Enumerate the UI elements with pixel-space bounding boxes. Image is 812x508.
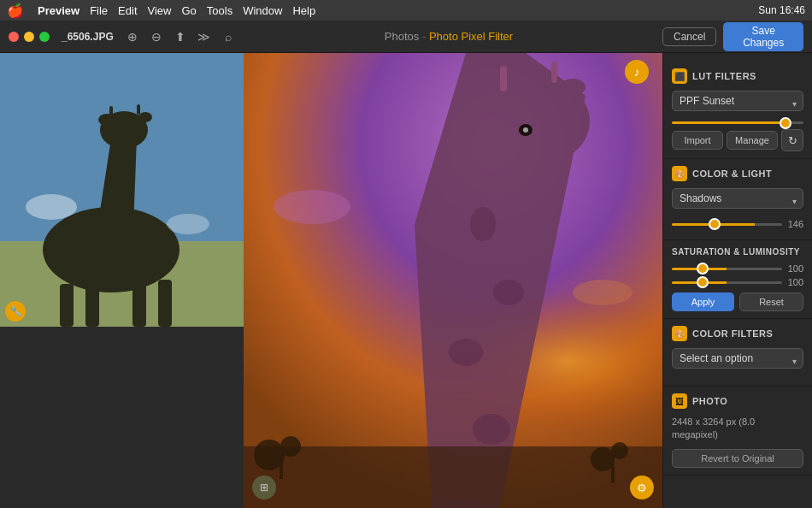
svg-point-27 bbox=[473, 414, 510, 445]
reset-button[interactable]: Reset bbox=[739, 292, 803, 311]
titlebar-icons: ⊕ ⊖ ⬆ ≫ ⌕ bbox=[124, 28, 237, 45]
photo-section: 🖼 PHOTO 2448 x 3264 px (8.0 megapixel) R… bbox=[663, 387, 812, 476]
menubar: 🍎 Preview File Edit View Go Tools Window… bbox=[0, 0, 812, 21]
saturation-slider[interactable] bbox=[672, 268, 782, 270]
save-button[interactable]: Save Changes bbox=[723, 22, 803, 51]
main-image-svg: ♪ bbox=[244, 53, 662, 508]
menu-go[interactable]: Go bbox=[181, 4, 196, 17]
saturation-btn-row: Apply Reset bbox=[672, 292, 803, 311]
color-light-header: 🎨 COLOR & LIGHT bbox=[672, 166, 803, 181]
plugin-name: Photo Pixel Filter bbox=[429, 30, 513, 43]
lut-filters-header: ⬛ LUT FILTERS bbox=[672, 68, 803, 84]
svg-point-24 bbox=[470, 207, 496, 241]
titlebar: _6506.JPG ⊕ ⊖ ⬆ ≫ ⌕ Photos - Photo Pixel… bbox=[0, 21, 812, 53]
svg-point-13 bbox=[26, 194, 77, 220]
revert-button[interactable]: Revert to Original bbox=[672, 449, 803, 468]
svg-rect-9 bbox=[60, 284, 74, 327]
main-image: ♪ ⚙ ⊞ bbox=[244, 53, 662, 508]
menu-edit[interactable]: Edit bbox=[118, 4, 137, 17]
svg-point-21 bbox=[560, 79, 585, 96]
app-name: Photos bbox=[385, 30, 419, 43]
center-area: ♪ ⚙ ⊞ bbox=[244, 53, 662, 508]
color-light-select[interactable]: Shadows bbox=[672, 188, 803, 209]
svg-rect-36 bbox=[611, 458, 615, 483]
svg-point-14 bbox=[167, 214, 209, 234]
left-panel: 🔧 bbox=[0, 53, 244, 508]
image-badge-bl: ⊞ bbox=[252, 476, 276, 499]
color-light-select-wrapper: Shadows bbox=[672, 188, 803, 214]
zoom-out-icon[interactable]: ⊖ bbox=[148, 28, 165, 45]
svg-rect-33 bbox=[279, 453, 283, 479]
zoom-in-icon[interactable]: ⊕ bbox=[124, 28, 141, 45]
color-filters-section: 🎨 COLOR FILTERS Select an option bbox=[663, 319, 812, 387]
saturation-value-2: 100 bbox=[786, 277, 803, 287]
more-icon[interactable]: ≫ bbox=[196, 28, 213, 45]
saturation-value-1: 100 bbox=[786, 263, 803, 274]
refresh-button[interactable]: ↻ bbox=[781, 129, 803, 151]
color-light-section: 🎨 COLOR & LIGHT Shadows 146 bbox=[663, 159, 812, 240]
maximize-button[interactable] bbox=[39, 32, 50, 42]
lut-select[interactable]: PPF Sunset bbox=[672, 91, 803, 111]
menu-window[interactable]: Window bbox=[243, 4, 282, 17]
menu-view[interactable]: View bbox=[148, 4, 172, 17]
menubar-right: Sun 16:46 bbox=[758, 4, 805, 16]
share-icon[interactable]: ⬆ bbox=[172, 28, 189, 45]
menu-file[interactable]: File bbox=[90, 4, 108, 17]
svg-point-29 bbox=[523, 127, 528, 133]
saturation-slider-row-2: 100 bbox=[672, 277, 803, 287]
right-panel: ⬛ LUT FILTERS PPF Sunset Import Manage ↻… bbox=[662, 53, 812, 508]
photo-title: PHOTO bbox=[692, 396, 727, 406]
color-light-value: 146 bbox=[786, 219, 803, 229]
cancel-button[interactable]: Cancel bbox=[662, 27, 716, 46]
close-button[interactable] bbox=[9, 32, 19, 42]
color-light-slider-row: 146 bbox=[672, 219, 803, 229]
svg-point-34 bbox=[591, 447, 615, 471]
saturation-slider-row-1: 100 bbox=[672, 263, 803, 274]
minimize-button[interactable] bbox=[24, 32, 34, 42]
apple-icon[interactable]: 🍎 bbox=[7, 3, 24, 19]
titlebar-center: Photos - Photo Pixel Filter bbox=[244, 30, 654, 43]
svg-point-26 bbox=[449, 339, 483, 366]
thumbnail-area: 🔧 bbox=[0, 53, 244, 327]
svg-point-32 bbox=[280, 436, 301, 457]
search-icon[interactable]: ⌕ bbox=[220, 28, 237, 45]
saturation-header: SATURATION & LUMINOSITY bbox=[672, 247, 803, 257]
menubar-time: Sun 16:46 bbox=[758, 4, 805, 16]
thumbnail-badge: 🔧 bbox=[5, 301, 26, 322]
svg-point-38 bbox=[573, 280, 633, 305]
color-filters-title: COLOR FILTERS bbox=[692, 328, 773, 339]
titlebar-right: Cancel Save Changes bbox=[654, 22, 812, 51]
traffic-lights bbox=[9, 32, 50, 42]
color-filters-select-wrapper: Select an option bbox=[672, 348, 803, 374]
lut-filters-icon: ⬛ bbox=[672, 68, 687, 84]
menu-preview[interactable]: Preview bbox=[38, 4, 79, 17]
import-button[interactable]: Import bbox=[672, 131, 723, 150]
color-light-title: COLOR & LIGHT bbox=[692, 168, 772, 179]
apply-button[interactable]: Apply bbox=[672, 292, 734, 311]
svg-point-25 bbox=[493, 280, 524, 305]
manage-button[interactable]: Manage bbox=[727, 131, 778, 150]
color-filters-select[interactable]: Select an option bbox=[672, 348, 803, 369]
main: 🔧 bbox=[0, 53, 812, 508]
menu-tools[interactable]: Tools bbox=[207, 4, 232, 17]
photo-info: 2448 x 3264 px (8.0 megapixel) bbox=[672, 416, 803, 442]
svg-rect-10 bbox=[85, 284, 99, 327]
lut-slider[interactable] bbox=[672, 121, 803, 124]
color-light-slider[interactable] bbox=[672, 223, 782, 226]
color-filters-header: 🎨 COLOR FILTERS bbox=[672, 326, 803, 341]
svg-rect-11 bbox=[132, 284, 146, 327]
titlebar-left: _6506.JPG ⊕ ⊖ ⬆ ≫ ⌕ bbox=[0, 28, 244, 45]
svg-point-6 bbox=[138, 112, 152, 122]
lut-slider-row bbox=[672, 121, 803, 124]
svg-point-19 bbox=[491, 132, 543, 162]
svg-text:♪: ♪ bbox=[634, 65, 640, 79]
photo-header: 🖼 PHOTO bbox=[672, 393, 803, 409]
title-separator: - bbox=[422, 30, 429, 43]
saturation-section: SATURATION & LUMINOSITY 100 100 Apply Re… bbox=[663, 240, 812, 319]
color-light-icon: 🎨 bbox=[672, 166, 687, 181]
lut-filters-title: LUT FILTERS bbox=[692, 71, 756, 81]
menu-help[interactable]: Help bbox=[292, 4, 315, 17]
luminosity-slider[interactable] bbox=[672, 281, 782, 284]
lut-filters-section: ⬛ LUT FILTERS PPF Sunset Import Manage ↻ bbox=[663, 62, 812, 159]
saturation-title: SATURATION & LUMINOSITY bbox=[672, 247, 800, 257]
